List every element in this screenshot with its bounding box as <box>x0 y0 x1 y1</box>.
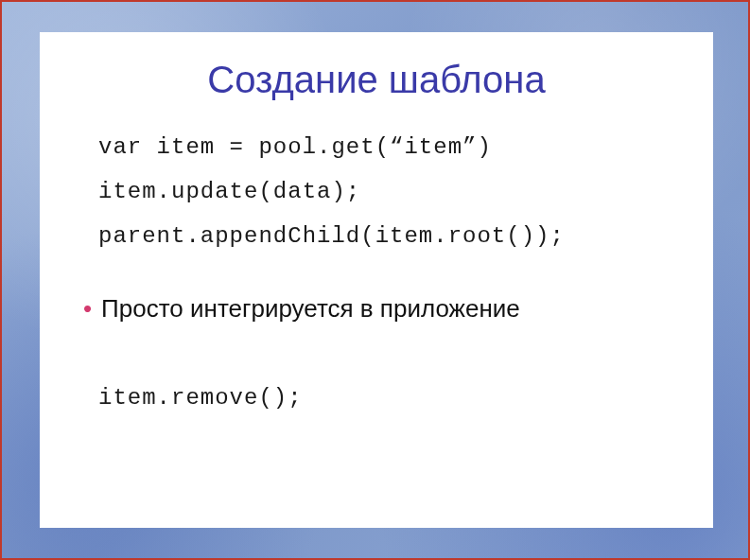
code-line: item.remove(); <box>98 385 303 411</box>
bullet-icon: • <box>83 296 92 321</box>
code-line: parent.appendChild(item.root()); <box>98 223 565 249</box>
code-block-2: item.remove(); <box>98 376 679 421</box>
bullet-text: Просто интегрируется в приложение <box>101 294 520 324</box>
bullet-item: • Просто интегрируется в приложение <box>83 294 679 324</box>
slide-frame: Создание шаблона var item = pool.get(“it… <box>0 0 750 560</box>
code-line: var item = pool.get(“item”) <box>98 134 492 160</box>
slide-title: Создание шаблона <box>74 59 679 101</box>
slide-card: Создание шаблона var item = pool.get(“it… <box>40 32 713 528</box>
code-block-1: var item = pool.get(“item”) item.update(… <box>98 126 679 258</box>
code-line: item.update(data); <box>98 179 360 204</box>
